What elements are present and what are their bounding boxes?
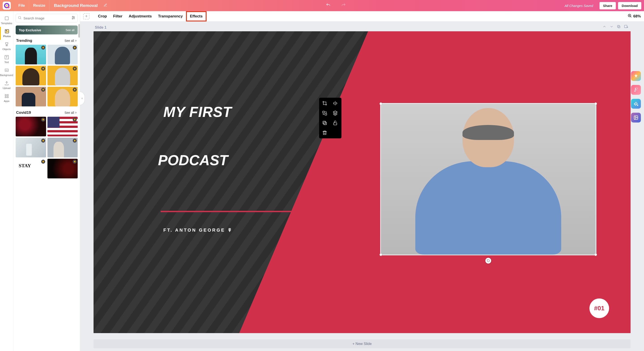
resize-handle-bl[interactable] [380,253,382,256]
layers-tool-icon[interactable] [332,110,339,116]
photo-thumb[interactable]: STAY [16,159,46,178]
svg-rect-4 [5,17,8,20]
image-content [381,104,596,255]
font-tool-icon[interactable]: F [631,85,641,95]
objects-icon [4,41,10,47]
photo-thumb[interactable] [48,138,78,157]
redo-icon[interactable] [340,3,346,8]
seeall-covid[interactable]: See all [64,111,77,114]
resize-handle-tr[interactable] [594,102,597,105]
svg-rect-24 [617,25,620,27]
download-button[interactable]: Download [618,2,641,9]
leftnav-label: Background [0,74,13,76]
replace-tool-icon[interactable] [321,110,328,116]
photo-thumb[interactable] [48,66,78,85]
banner-label: Top Exclusive [19,28,41,32]
leftnav-upload[interactable]: Upload [0,79,14,92]
copy-tool-icon[interactable] [321,120,328,126]
photo-thumb[interactable] [16,138,46,157]
photo-thumb[interactable] [16,117,46,136]
file-menu[interactable]: File [14,0,29,11]
svg-rect-11 [7,95,8,96]
rename-icon[interactable] [104,3,107,8]
rotate-handle[interactable] [485,258,491,264]
templates-icon [4,16,10,21]
slide-underline[interactable] [161,211,349,212]
slide-title-2[interactable]: PODCAST [158,152,228,169]
search-input[interactable] [24,16,69,20]
upload-icon [4,80,10,86]
leftnav-photos[interactable]: Photos [0,27,14,40]
leftnav-text[interactable]: Text [0,53,14,66]
photo-thumb[interactable] [16,66,46,85]
photo-thumb[interactable] [48,45,78,64]
leftnav-label: Text [4,61,9,63]
filter-sliders-icon[interactable] [71,15,76,21]
premium-badge-icon [73,88,77,92]
resize-menu[interactable]: Resize [29,0,50,11]
mic-icon: 🎙 [228,228,233,233]
slide-up-icon[interactable] [602,24,606,30]
slide-number-badge[interactable]: #01 [590,299,609,318]
image-tool-icon[interactable] [631,113,641,122]
svg-rect-29 [323,121,326,124]
svg-rect-12 [5,97,6,98]
app-logo[interactable] [3,1,11,9]
premium-badge-icon [41,46,45,50]
leftnav-objects[interactable]: Objects [0,40,14,53]
text-icon [4,54,10,60]
magic-tool-icon[interactable] [631,71,641,81]
resize-handle-tl[interactable] [380,102,382,105]
leftnav-label: Apps [4,100,10,102]
search-bar[interactable] [16,14,78,22]
leftnav-apps[interactable]: Apps [0,92,14,105]
photo-thumb[interactable] [48,159,78,178]
top-exclusive-banner[interactable]: Top Exclusive See all [16,25,78,34]
premium-badge-icon [73,46,77,50]
slide-subtitle[interactable]: FT. ANTON GEORGE 🎙 [163,228,233,233]
svg-rect-27 [325,113,327,115]
delete-tool-icon[interactable] [321,129,328,136]
flip-tool-icon[interactable] [332,100,339,107]
apps-icon [4,93,10,99]
add-slide-icon[interactable] [624,24,628,30]
photo-thumb[interactable] [16,45,46,64]
new-slide-button[interactable]: + New Slide [94,339,630,348]
svg-rect-26 [323,111,324,113]
premium-badge-icon [41,67,45,71]
add-element-button[interactable]: + [83,13,90,19]
duplicate-slide-icon[interactable] [617,24,621,30]
resize-handle-br[interactable] [594,253,597,256]
leftnav-templates[interactable]: Templates [0,14,14,27]
leftnav-background[interactable]: BG Background [0,66,14,79]
filter-button[interactable]: Filter [110,11,126,21]
photo-thumb[interactable] [16,87,46,106]
trending-grid [16,45,78,106]
selected-image[interactable] [381,104,596,255]
crop-tool-icon[interactable] [321,100,328,107]
adjustments-button[interactable]: Adjustments [126,11,155,21]
zoom-control[interactable]: 68% [628,13,641,19]
photo-thumb[interactable] [48,87,78,106]
slide-title-1[interactable]: MY FIRST [163,104,232,120]
seeall-trending[interactable]: See all [64,39,77,42]
slide-canvas[interactable]: MY FIRST PODCAST FT. ANTON GEORGE 🎙 #01 [94,31,630,333]
transparency-button[interactable]: Transparency [155,11,186,21]
share-button[interactable]: Share [600,2,616,9]
canvas-scroll[interactable]: Slide 1 MY FIRST PODCAST FT. ANTON GEORG… [80,21,644,351]
slide-down-icon[interactable] [610,24,614,30]
fill-tool-icon[interactable] [631,99,641,109]
lock-tool-icon[interactable] [332,120,339,126]
effects-button[interactable]: Effects [186,11,207,21]
svg-point-34 [635,116,636,117]
svg-point-2 [6,5,8,6]
panel-scrollbar[interactable] [78,24,80,37]
crop-button[interactable]: Crop [95,11,110,21]
svg-rect-23 [618,26,620,28]
search-icon [18,16,22,20]
photo-thumb[interactable] [48,117,78,136]
leftnav-label: Templates [1,22,12,24]
leftnav-label: Upload [3,87,10,89]
svg-rect-25 [624,25,627,28]
undo-icon[interactable] [325,3,332,8]
